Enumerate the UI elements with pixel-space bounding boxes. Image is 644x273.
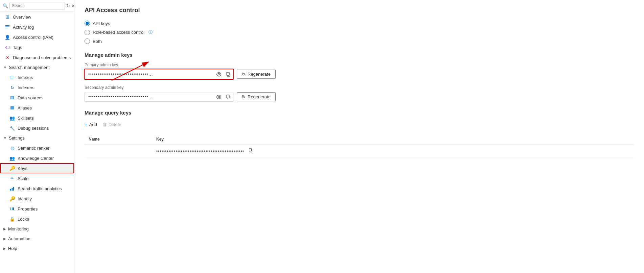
secondary-key-show-button[interactable]	[214, 93, 224, 101]
sidebar-item-indexes[interactable]: Indexes	[0, 72, 74, 82]
radio-api-keys-label: API keys	[93, 21, 110, 26]
sidebar-section-label: Automation	[8, 236, 30, 241]
sidebar-item-skillsets[interactable]: 👥 Skillsets	[0, 113, 74, 123]
identity-icon: 🔑	[9, 196, 15, 201]
properties-icon	[9, 206, 15, 212]
radio-api-keys-input[interactable]	[85, 21, 90, 26]
sidebar-section-automation[interactable]: ▶ Automation	[0, 234, 74, 244]
sidebar-item-diagnose[interactable]: ✕ Diagnose and solve problems	[0, 52, 74, 63]
query-table-header: Name Key	[85, 134, 634, 145]
chevron-right-icon: ▶	[3, 237, 6, 241]
sidebar-item-locks[interactable]: 🔒 Locks	[0, 214, 74, 224]
sidebar-item-search-traffic-analytics[interactable]: Search traffic analytics	[0, 183, 74, 194]
chevron-right-icon: ▶	[3, 247, 6, 250]
sidebar-item-label: Aliases	[18, 105, 32, 110]
regenerate-label: Regenerate	[248, 94, 271, 99]
sidebar-item-access-control[interactable]: 👤 Access control (IAM)	[0, 32, 74, 42]
sidebar-item-scale[interactable]: ✏ Scale	[0, 173, 74, 183]
sidebar-item-identity[interactable]: 🔑 Identity	[0, 194, 74, 204]
secondary-key-value: ••••••••••••••••••••••••••••••••...	[85, 92, 214, 101]
radio-api-keys[interactable]: API keys	[85, 21, 634, 26]
sidebar-item-label: Identity	[18, 196, 32, 201]
sidebar-item-label: Data sources	[18, 95, 44, 100]
sidebar-item-label: Skillsets	[18, 116, 34, 121]
sidebar-item-label: Properties	[18, 206, 38, 212]
query-key-dots: ••••••••••••••••••••••••••••••••••••••••…	[156, 149, 244, 154]
regenerate-icon: ↻	[242, 94, 246, 99]
query-actions: + Add 🗑 Delete	[85, 120, 634, 129]
radio-role-based[interactable]: Role-based access control ⓘ	[85, 29, 634, 35]
secondary-key-box: ••••••••••••••••••••••••••••••••...	[85, 92, 233, 102]
svg-rect-15	[13, 207, 14, 210]
delete-label: Delete	[109, 122, 121, 127]
radio-role-based-input[interactable]	[85, 30, 90, 35]
info-icon[interactable]: ⓘ	[148, 29, 153, 35]
locks-icon: 🔒	[9, 216, 15, 222]
radio-both-label: Both	[93, 39, 102, 44]
sidebar-item-label: Scale	[18, 176, 29, 181]
sidebar-item-label: Activity log	[13, 25, 34, 30]
add-query-key-button[interactable]: + Add	[85, 120, 97, 129]
plus-icon: +	[85, 122, 88, 127]
svg-rect-4	[10, 77, 14, 77]
query-key-value-cell: ••••••••••••••••••••••••••••••••••••••••…	[152, 145, 634, 157]
svg-rect-6	[10, 79, 13, 79]
sidebar-section-search-management[interactable]: ▼ Search management	[0, 63, 74, 72]
sidebar-item-label: Tags	[13, 45, 22, 50]
sidebar-item-aliases[interactable]: Aliases	[0, 103, 74, 113]
sidebar-item-label: Overview	[13, 15, 31, 20]
query-key-copy-button[interactable]	[248, 148, 253, 154]
sidebar-item-overview[interactable]: ⊞ Overview	[0, 12, 74, 22]
sidebar: 🔍 ↻ ✕ ⊞ Overview Activity log 👤 Access c…	[0, 0, 74, 273]
delete-query-key-button[interactable]: 🗑 Delete	[102, 120, 121, 129]
key-column-header: Key	[152, 134, 634, 145]
access-control-icon: 👤	[5, 34, 10, 40]
sidebar-item-debug-sessions[interactable]: 🔧 Debug sessions	[0, 123, 74, 133]
chevron-down-icon: ▼	[3, 66, 7, 69]
primary-key-copy-button[interactable]	[224, 70, 233, 79]
sidebar-section-label: Help	[8, 246, 17, 251]
sidebar-section-settings[interactable]: ▼ Settings	[0, 133, 74, 143]
primary-key-regenerate-button[interactable]: ↻ Regenerate	[237, 70, 276, 79]
chevron-right-icon: ▶	[3, 227, 6, 231]
secondary-key-regenerate-button[interactable]: ↻ Regenerate	[237, 92, 276, 101]
primary-key-label: Primary admin key	[85, 63, 634, 67]
sidebar-item-knowledge-center[interactable]: 👥 Knowledge Center	[0, 153, 74, 163]
sidebar-item-label: Indexes	[18, 75, 33, 80]
primary-key-section: Primary admin key ••••••••••••••••••••••…	[85, 63, 634, 79]
name-column-header: Name	[85, 134, 152, 145]
sidebar-item-keys[interactable]: 🔑 Keys	[0, 163, 74, 173]
radio-both[interactable]: Both	[85, 39, 634, 44]
secondary-key-copy-button[interactable]	[224, 93, 233, 101]
sidebar-item-data-sources[interactable]: Data sources	[0, 93, 74, 103]
sidebar-item-activity-log[interactable]: Activity log	[0, 22, 74, 32]
svg-rect-10	[10, 189, 11, 191]
semantic-ranker-icon: ◎	[9, 145, 15, 151]
sidebar-item-indexers[interactable]: ↻ Indexers	[0, 82, 74, 93]
admin-keys-section-title: Manage admin keys	[85, 52, 634, 58]
svg-rect-0	[5, 25, 9, 26]
sidebar-item-semantic-ranker[interactable]: ◎ Semantic ranker	[0, 143, 74, 153]
svg-rect-14	[12, 207, 13, 210]
svg-rect-21	[227, 95, 229, 98]
search-icon: 🔍	[3, 3, 8, 8]
chevron-down-icon: ▼	[3, 136, 7, 140]
collapse-icon[interactable]: ✕	[71, 3, 74, 8]
sidebar-item-label: Access control (IAM)	[13, 35, 53, 40]
svg-rect-9	[10, 106, 14, 109]
sidebar-item-tags[interactable]: 🏷 Tags	[0, 42, 74, 52]
secondary-key-section: Secondary admin key ••••••••••••••••••••…	[85, 85, 634, 102]
refresh-icon[interactable]: ↻	[66, 3, 70, 8]
primary-key-box: ••••••••••••••••••••••••••••••••...	[85, 69, 233, 79]
sidebar-section-help[interactable]: ▶ Help	[0, 244, 74, 253]
search-input[interactable]	[9, 2, 65, 9]
primary-key-value: ••••••••••••••••••••••••••••••••...	[85, 70, 214, 79]
sidebar-item-properties[interactable]: Properties	[0, 204, 74, 214]
secondary-key-row: ••••••••••••••••••••••••••••••••... ↻ Re…	[85, 92, 634, 102]
primary-key-show-button[interactable]	[214, 70, 224, 79]
svg-rect-18	[227, 72, 229, 75]
radio-both-input[interactable]	[85, 39, 90, 44]
debug-icon: 🔧	[9, 125, 15, 131]
sidebar-section-monitoring[interactable]: ▶ Monitoring	[0, 224, 74, 234]
sidebar-item-label: Diagnose and solve problems	[13, 55, 71, 60]
